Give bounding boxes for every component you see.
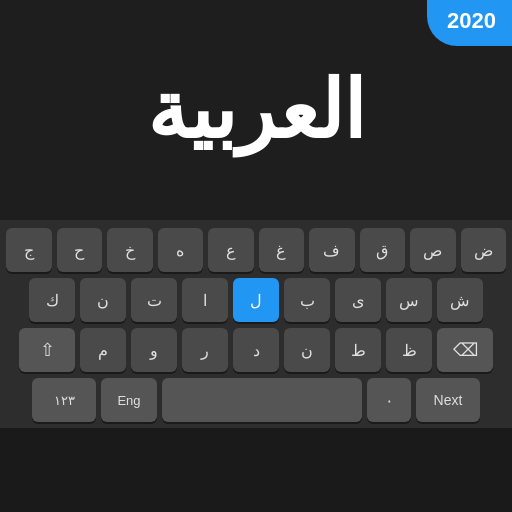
key-ن2[interactable]: ن [284,328,330,372]
key-ا[interactable]: ا [182,278,228,322]
key-غ[interactable]: غ [259,228,305,272]
arabic-title: العربية [147,64,365,157]
period-label: ٠ [385,391,394,410]
lang-key[interactable]: Eng [101,378,157,422]
key-خ[interactable]: خ [107,228,153,272]
key-ض[interactable]: ض [461,228,507,272]
key-ف[interactable]: ف [309,228,355,272]
key-ش[interactable]: ش [437,278,483,322]
key-ك[interactable]: ك [29,278,75,322]
backspace-icon: ⌫ [453,339,478,361]
key-ن[interactable]: ن [80,278,126,322]
key-ق[interactable]: ق [360,228,406,272]
keyboard: ج ح خ ه ع غ ف ق ص ض ك ن ت ا ل ب ى س ش ⇧ … [0,220,512,428]
next-key[interactable]: Next [416,378,480,422]
period-key[interactable]: ٠ [367,378,411,422]
numbers-key[interactable]: ١٢٣ [32,378,96,422]
key-ب[interactable]: ب [284,278,330,322]
key-row-3: ⇧ م و ر د ن ط ظ ⌫ [6,328,506,372]
backspace-key[interactable]: ⌫ [437,328,493,372]
key-س[interactable]: س [386,278,432,322]
shift-key[interactable]: ⇧ [19,328,75,372]
space-key[interactable] [162,378,362,422]
key-ع[interactable]: ع [208,228,254,272]
key-ه[interactable]: ه [158,228,204,272]
key-ل[interactable]: ل [233,278,279,322]
shift-icon: ⇧ [40,339,55,361]
key-ظ[interactable]: ظ [386,328,432,372]
numbers-label: ١٢٣ [54,393,75,408]
year-badge: 2020 [427,0,512,46]
key-ط[interactable]: ط [335,328,381,372]
key-ت[interactable]: ت [131,278,177,322]
key-ص[interactable]: ص [410,228,456,272]
next-label: Next [434,392,463,408]
key-م[interactable]: م [80,328,126,372]
key-row-1: ج ح خ ه ع غ ف ق ص ض [6,228,506,272]
key-د[interactable]: د [233,328,279,372]
key-ج[interactable]: ج [6,228,52,272]
year-text: 2020 [447,8,496,33]
key-row-2: ك ن ت ا ل ب ى س ش [6,278,506,322]
key-ح[interactable]: ح [57,228,103,272]
key-و[interactable]: و [131,328,177,372]
key-ر[interactable]: ر [182,328,228,372]
key-ى[interactable]: ى [335,278,381,322]
key-row-4: ١٢٣ Eng ٠ Next [6,378,506,422]
lang-label: Eng [117,393,140,408]
